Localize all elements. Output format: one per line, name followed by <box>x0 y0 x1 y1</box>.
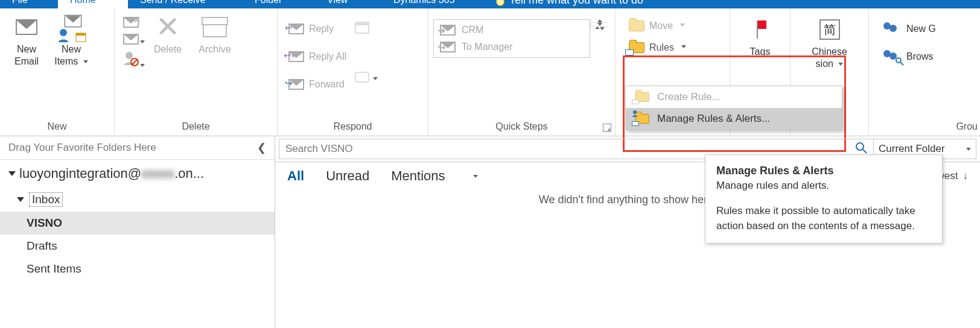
tab-folder[interactable]: Folder <box>243 0 315 8</box>
folder-label: Sent Items <box>27 262 81 276</box>
tooltip-manage-rules: Manage Rules & Alerts Manage rules and a… <box>705 154 943 244</box>
junk-button[interactable] <box>123 51 139 68</box>
group-label-respond: Respond <box>278 120 428 136</box>
quick-steps-gallery[interactable]: ➜ CRM ↪ To Manager <box>433 19 590 58</box>
tab-home[interactable]: Home <box>58 0 128 8</box>
reply-button[interactable]: ↩ Reply <box>286 19 349 39</box>
person-block-icon <box>123 51 139 66</box>
envelope-sweep-icon <box>123 34 139 45</box>
ribbon: New Email New Items New ✕ <box>0 8 980 136</box>
ribbon-group-groups: New G Brows Grou <box>869 8 980 136</box>
person-icon <box>57 28 73 43</box>
folder-label: Drafts <box>27 239 57 253</box>
group-label-new: New <box>0 120 114 136</box>
filter-all[interactable]: All <box>287 168 304 184</box>
ribbon-group-delete: ✕ ✕ Delete Archive Delete <box>115 8 278 136</box>
folder-inbox[interactable]: Inbox <box>0 188 275 212</box>
ignore-button[interactable]: ✕ <box>123 17 139 28</box>
envelope-x-icon: ✕ <box>123 17 139 28</box>
folder-visno[interactable]: VISNO <box>0 212 275 235</box>
sort-arrow-icon: ↓ <box>963 170 969 182</box>
svg-point-3 <box>126 52 133 59</box>
archive-button[interactable]: Archive <box>197 14 233 55</box>
ribbon-group-respond: ↩ Reply ↩↩ Reply All ↪ Forward Respond <box>278 8 428 136</box>
tell-me-search[interactable]: Tell me what you want to do <box>484 0 980 8</box>
archive-box-icon <box>203 17 227 37</box>
svg-rect-8 <box>355 72 369 82</box>
people-search-icon <box>883 50 902 63</box>
rules-button[interactable]: Rules <box>624 37 714 58</box>
calendar-icon <box>355 20 371 34</box>
envelope-forward-icon: ↪ <box>440 42 456 52</box>
rules-icon <box>629 42 644 53</box>
ribbon-group-quick-steps: ➜ CRM ↪ To Manager Quick Steps <box>428 8 616 136</box>
filter-more-icon[interactable] <box>473 175 478 178</box>
expand-triangle-icon <box>8 171 16 176</box>
collapse-nav-icon[interactable]: ❮ <box>257 141 266 154</box>
chinese-conversion-button[interactable]: 简 Chinesesion <box>812 17 848 70</box>
new-email-button[interactable]: New Email <box>8 14 45 68</box>
favorites-dropzone[interactable]: Drag Your Favorite Folders Here ❮ <box>0 136 275 160</box>
folder-label: Inbox <box>29 192 63 207</box>
forward-button[interactable]: ↪ Forward <box>286 75 349 94</box>
rules-person-icon <box>634 113 650 124</box>
svg-rect-2 <box>76 33 86 36</box>
svg-point-11 <box>633 110 637 114</box>
quick-step-to-manager[interactable]: ↪ To Manager <box>434 39 590 55</box>
svg-point-12 <box>856 143 864 150</box>
new-items-button[interactable]: New Items <box>53 14 89 68</box>
tab-view[interactable]: View <box>315 0 381 8</box>
delete-button[interactable]: ✕ Delete <box>150 14 186 55</box>
tooltip-subtitle: Manage rules and alerts. <box>716 180 931 192</box>
reply-icon: ↩ <box>288 24 304 34</box>
browse-groups-button[interactable]: Brows <box>881 47 935 66</box>
svg-rect-7 <box>355 22 369 25</box>
im-icon <box>355 72 371 85</box>
gallery-expand-icon[interactable] <box>591 27 608 30</box>
svg-line-5 <box>132 60 137 65</box>
group-label-quick-steps: Quick Steps <box>428 120 615 136</box>
folder-sent-items[interactable]: Sent Items <box>0 257 275 280</box>
cleanup-button[interactable] <box>123 34 139 45</box>
quick-steps-dialog-launcher[interactable] <box>603 124 611 132</box>
chinese-char-icon: 简 <box>819 19 840 40</box>
meeting-button[interactable] <box>355 20 378 36</box>
quick-step-crm[interactable]: ➜ CRM <box>434 22 590 38</box>
svg-point-0 <box>60 29 67 36</box>
svg-line-13 <box>863 150 867 153</box>
folder-nav-pane: Drag Your Favorite Folders Here ❮ luoyon… <box>0 136 275 328</box>
filter-mentions[interactable]: Mentions <box>391 168 445 184</box>
svg-line-10 <box>900 62 903 65</box>
favorites-hint-text: Drag Your Favorite Folders Here <box>8 142 156 154</box>
svg-point-9 <box>896 58 901 63</box>
filter-unread[interactable]: Unread <box>326 168 369 184</box>
tab-file[interactable]: File <box>0 0 58 8</box>
new-group-button[interactable]: New G <box>881 19 938 39</box>
chevron-down-icon <box>966 148 971 151</box>
folder-move-icon <box>629 20 644 31</box>
menu-manage-rules[interactable]: Manage Rules & Alerts... <box>626 108 842 130</box>
x-icon: ✕ <box>156 13 180 42</box>
tab-dynamics-365[interactable]: Dynamics 365 <box>381 0 484 8</box>
group-label-delete: Delete <box>115 120 277 136</box>
quick-steps-scroll[interactable] <box>590 19 608 30</box>
reply-all-icon: ↩↩ <box>288 51 304 62</box>
tab-send-receive[interactable]: Send / Receive <box>128 0 243 8</box>
chinese-suffix: sion <box>816 58 833 69</box>
account-name: luoyongintegration@xxxxx.on... <box>19 166 204 181</box>
move-button[interactable]: Move <box>624 16 714 36</box>
calendar-icon <box>75 31 86 42</box>
envelope-icon <box>16 19 37 35</box>
ribbon-group-new: New Email New Items New <box>0 8 115 136</box>
reply-all-button[interactable]: ↩↩ Reply All <box>286 47 349 66</box>
folder-label: VISNO <box>27 216 62 230</box>
forward-icon: ↪ <box>288 79 304 90</box>
tags-button[interactable]: Tags <box>742 17 778 58</box>
people-icon <box>883 22 902 36</box>
account-node[interactable]: luoyongintegration@xxxxx.on... <box>0 160 275 188</box>
more-respond-button[interactable] <box>355 72 378 85</box>
group-label-groups: Grou <box>869 120 980 136</box>
folder-drafts[interactable]: Drafts <box>0 235 275 257</box>
menu-create-rule[interactable]: Create Rule... <box>626 86 842 108</box>
tooltip-title: Manage Rules & Alerts <box>716 165 931 177</box>
